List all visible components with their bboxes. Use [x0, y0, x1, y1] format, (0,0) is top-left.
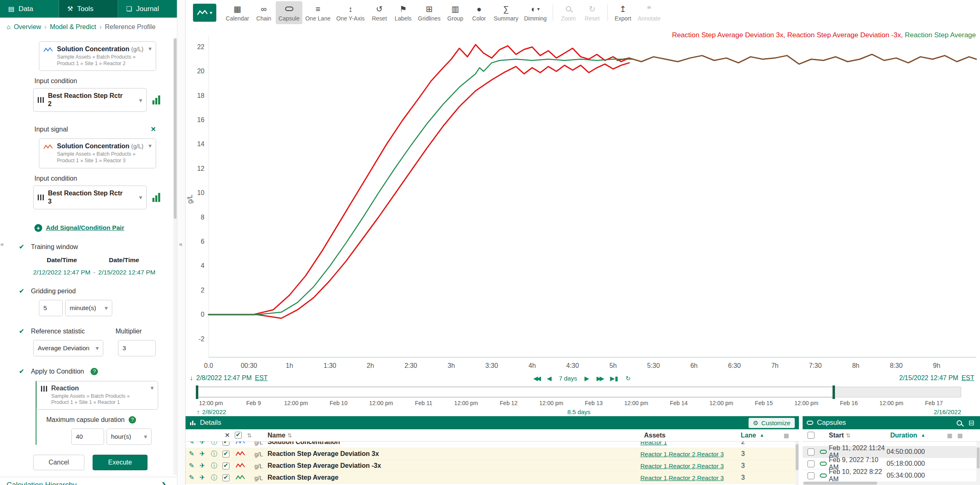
step-forward-icon[interactable]: ▶ — [584, 375, 589, 381]
input-signal-1-select[interactable]: Solution Concentration (g/L) Sample Asse… — [39, 41, 156, 71]
tab-data[interactable]: ▤Data — [0, 0, 59, 18]
select-all-capsules-checkbox[interactable] — [808, 432, 814, 439]
row-checkbox[interactable] — [222, 474, 229, 481]
toolbar-gridlines-button[interactable]: ⊞Gridlines — [415, 1, 443, 24]
scrollbar-thumb[interactable] — [796, 444, 799, 470]
collapse-panel-icon[interactable]: ⊟ — [969, 419, 974, 426]
execute-button[interactable]: Execute — [93, 455, 147, 470]
toolbar-reset-button[interactable]: ↺Reset — [368, 1, 391, 24]
info-icon[interactable]: ⓘ — [211, 451, 222, 457]
apply-condition-select[interactable]: Reaction Sample Assets » Batch Products … — [36, 381, 158, 410]
toolbar-calendar-button[interactable]: ▦Calendar — [223, 1, 252, 24]
send-icon[interactable]: ✈ — [200, 451, 211, 457]
skip-to-end-icon[interactable]: ▶▮ — [610, 375, 618, 381]
refresh-icon[interactable]: ↻ — [626, 375, 631, 381]
asset-link[interactable]: Reactor 2 — [669, 462, 695, 469]
asset-link[interactable]: Reactor 1 — [640, 462, 667, 469]
assets-column-header[interactable]: Assets — [644, 432, 665, 439]
capsule-row[interactable]: Feb 10, 2022 8:22 AM05:34:00.000 — [803, 470, 976, 482]
details-row[interactable]: ✎✈ⓘg/LReaction Step Average Deviation -3… — [186, 460, 795, 472]
legend-item[interactable]: Reaction Step Average Deviation -3x, — [787, 31, 905, 39]
input-signal-2-select[interactable]: Solution Concentration (g/L) Sample Asse… — [39, 138, 156, 168]
select-all-checkbox[interactable] — [235, 432, 242, 439]
max-capsule-duration-input[interactable] — [71, 428, 104, 445]
table-options-icon[interactable]: ▦ — [947, 433, 953, 438]
scrollbar-thumb[interactable] — [977, 447, 980, 469]
customize-button[interactable]: ⚙ Customize — [749, 418, 795, 428]
lane-column-header[interactable]: Lane — [741, 432, 756, 439]
capsule-checkbox[interactable] — [808, 472, 814, 479]
rewind-icon[interactable]: ◀◀ — [533, 375, 540, 381]
row-checkbox[interactable] — [222, 442, 229, 446]
send-icon[interactable]: ✈ — [200, 462, 211, 469]
input-condition-1-select[interactable]: Best Reaction Step Rctr 2 ▾ — [33, 88, 147, 112]
capsules-hscrollbar[interactable] — [803, 481, 976, 485]
asset-link[interactable]: Reactor 1 — [640, 451, 667, 458]
tab-journal[interactable]: ❏Journal — [118, 0, 177, 18]
scrollbar-thumb[interactable] — [803, 482, 877, 485]
calculation-hierarchy-bar[interactable]: Calculation Hierarchy ❯ — [0, 477, 177, 485]
asset-link[interactable]: Reactor 2 — [669, 474, 695, 481]
asset-link[interactable]: Reactor 1 — [640, 474, 667, 481]
toolbar-export-button[interactable]: ↥Export — [611, 1, 635, 24]
multiplier-input[interactable] — [118, 340, 156, 356]
toolbar-dimming-button[interactable]: ◐▾Dimming — [521, 1, 549, 24]
trend-view-button[interactable]: ▾ — [193, 4, 216, 22]
fast-forward-icon[interactable]: ▶▶ — [597, 375, 603, 381]
toolbar-summary-button[interactable]: ∑Summary — [491, 1, 521, 24]
toolbar-labels-button[interactable]: ⚑Labels — [391, 1, 415, 24]
toolbar-one-lane-button[interactable]: ≡One Lane — [302, 1, 333, 24]
asset-link[interactable]: Reactor 1 — [640, 442, 667, 446]
training-start-link[interactable]: 2/12/2022 12:47 PM — [33, 269, 91, 276]
gridding-period-input[interactable] — [39, 300, 63, 316]
asset-link[interactable]: Reactor 3 — [697, 474, 724, 481]
duration-link[interactable]: 7 days — [559, 375, 577, 382]
trend-chart[interactable]: -202468101214161820220.000:301h1:302h2:3… — [186, 25, 980, 373]
info-icon[interactable]: ⓘ — [211, 442, 222, 445]
edit-icon[interactable]: ✎ — [189, 442, 200, 445]
table-options-icon[interactable]: ▦ — [784, 433, 789, 438]
investigate-span[interactable]: 8.5 days — [567, 408, 591, 415]
help-icon[interactable]: ? — [129, 416, 136, 424]
home-icon[interactable]: ⌂ — [7, 24, 11, 30]
display-range-start[interactable]: 2/8/2022 12:47 PM — [196, 374, 252, 382]
collapse-tools-icon[interactable]: « — [179, 241, 182, 247]
cancel-button[interactable]: Cancel — [33, 455, 84, 470]
details-row[interactable]: ✎✈ⓘg/LSolution ConcentrationReactor 12 — [186, 442, 795, 448]
search-icon[interactable] — [957, 420, 962, 426]
info-icon[interactable]: ⓘ — [211, 462, 222, 469]
training-end-link[interactable]: 2/15/2022 12:47 PM — [98, 269, 156, 276]
legend-item[interactable]: Reaction Step Average — [905, 31, 976, 39]
toolbar-group-button[interactable]: ▥Group — [443, 1, 467, 24]
edit-icon[interactable]: ✎ — [189, 474, 200, 481]
investigate-end[interactable]: 2/16/2022 — [934, 408, 961, 415]
edit-icon[interactable]: ✎ — [189, 462, 200, 469]
range-handle-left[interactable] — [196, 385, 198, 399]
timezone-link[interactable]: EST — [962, 374, 974, 382]
start-column-header[interactable]: Start — [829, 432, 844, 439]
gridding-unit-select[interactable]: minute(s) ▾ — [65, 300, 112, 316]
info-icon[interactable]: ⓘ — [211, 474, 222, 481]
remove-signal-icon[interactable]: ✕ — [151, 126, 156, 133]
tab-tools[interactable]: ⚒Tools — [59, 0, 118, 18]
scrollbar-thumb[interactable] — [174, 39, 177, 219]
name-column-header[interactable]: Name — [268, 432, 286, 439]
asset-link[interactable]: Reactor 3 — [697, 462, 724, 469]
capsule-checkbox[interactable] — [808, 449, 814, 456]
details-row[interactable]: ✎✈ⓘg/LReaction Step AverageReactor 1, Re… — [186, 472, 795, 484]
max-duration-unit-select[interactable]: hour(s) ▾ — [107, 428, 152, 445]
send-icon[interactable]: ✈ — [200, 442, 211, 445]
send-icon[interactable]: ✈ — [200, 474, 211, 481]
histogram-icon[interactable] — [152, 193, 160, 202]
timezone-link[interactable]: EST — [255, 374, 268, 382]
breadcrumb-overview[interactable]: Overview — [14, 23, 41, 31]
asset-link[interactable]: Reactor 2 — [669, 451, 695, 458]
legend-item[interactable]: Reaction Step Average Deviation 3x, — [672, 31, 787, 39]
row-checkbox[interactable] — [222, 462, 229, 469]
collapse-sidebar-icon[interactable]: « — [0, 241, 4, 247]
input-condition-2-select[interactable]: Best Reaction Step Rctr 3 ▾ — [33, 186, 147, 209]
toolbar-capsule-button[interactable]: Capsule — [276, 1, 302, 24]
display-range-end[interactable]: 2/15/2022 12:47 PM — [899, 374, 958, 382]
row-checkbox[interactable] — [222, 451, 229, 458]
tool-panel-scrollbar[interactable] — [173, 38, 177, 475]
